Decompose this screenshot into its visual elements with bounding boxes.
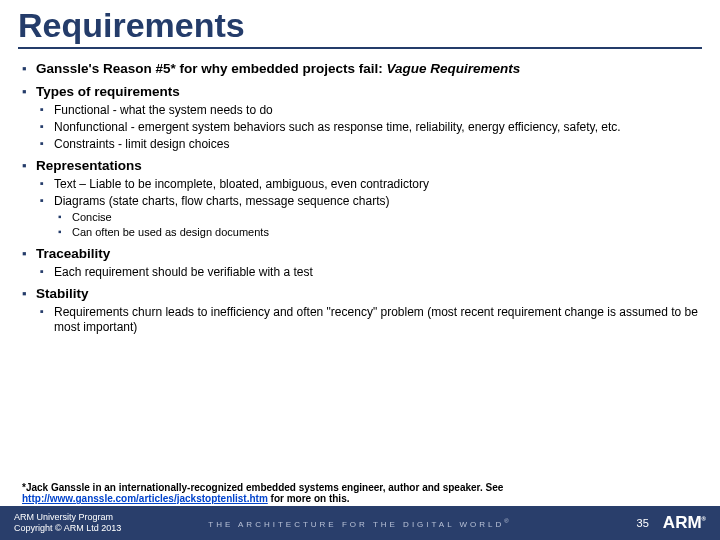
bullet-design-docs: Can often be used as design documents bbox=[58, 226, 698, 240]
bullet-ganssle-reason: Ganssle's Reason #5* for why embedded pr… bbox=[22, 61, 698, 78]
footnote-text: *Jack Ganssle in an internationally-reco… bbox=[22, 482, 503, 493]
bullet-traceability-sub: Each requirement should be verifiable wi… bbox=[40, 265, 698, 280]
footer-program: ARM University Program bbox=[14, 512, 121, 523]
slide-title: Requirements bbox=[0, 0, 720, 47]
bullet-types-heading: Types of requirements bbox=[22, 84, 698, 101]
slide: Requirements Ganssle's Reason #5* for wh… bbox=[0, 0, 720, 540]
bullet-nonfunctional: Nonfunctional - emergent system behavior… bbox=[40, 120, 698, 135]
footer-tagline: THE ARCHITECTURE FOR THE DIGITAL WORLD® bbox=[208, 518, 512, 529]
bullet-text-rep: Text – Liable to be incomplete, bloated,… bbox=[40, 177, 698, 192]
bullet-stability-heading: Stability bbox=[22, 286, 698, 303]
footnote-text: for more on this. bbox=[268, 493, 350, 504]
bullet-functional: Functional - what the system needs to do bbox=[40, 103, 698, 118]
arm-logo: ARM® bbox=[663, 513, 706, 533]
bullet-stability-sub: Requirements churn leads to inefficiency… bbox=[40, 305, 698, 335]
text: Ganssle's Reason #5* for why embedded pr… bbox=[36, 61, 387, 76]
bullet-constraints: Constraints - limit design choices bbox=[40, 137, 698, 152]
bullet-diagrams-rep: Diagrams (state charts, flow charts, mes… bbox=[40, 194, 698, 209]
footnote: *Jack Ganssle in an internationally-reco… bbox=[0, 478, 720, 506]
page-number: 35 bbox=[637, 517, 649, 529]
footer-copyright: Copyright © ARM Ltd 2013 bbox=[14, 523, 121, 534]
title-rule bbox=[18, 47, 702, 49]
bullet-traceability-heading: Traceability bbox=[22, 246, 698, 263]
bullet-concise: Concise bbox=[58, 211, 698, 225]
footer-left: ARM University Program Copyright © ARM L… bbox=[14, 512, 121, 534]
footnote-link[interactable]: http://www.ganssle.com/articles/jackstop… bbox=[22, 493, 268, 504]
text-italic: Vague Requirements bbox=[387, 61, 521, 76]
bullet-representations-heading: Representations bbox=[22, 158, 698, 175]
slide-body: Ganssle's Reason #5* for why embedded pr… bbox=[0, 55, 720, 478]
footer-bar: ARM University Program Copyright © ARM L… bbox=[0, 506, 720, 540]
